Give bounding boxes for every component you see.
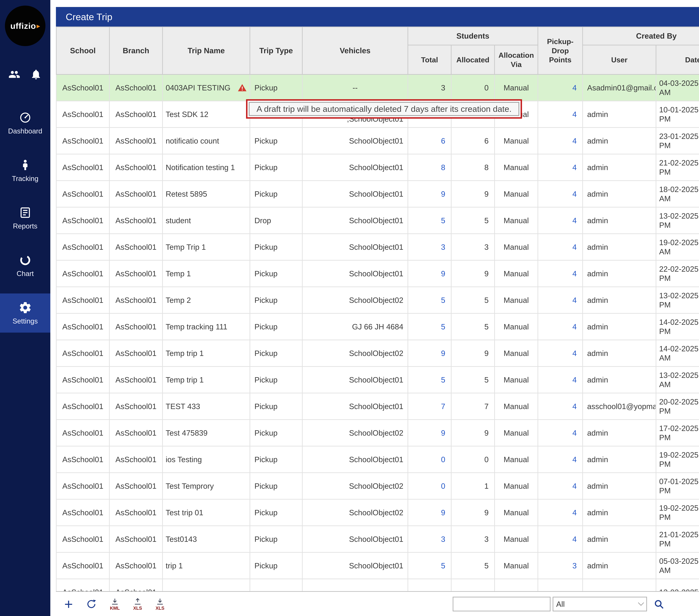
- sidebar-item-label: Reports: [13, 222, 37, 230]
- export-xls-button[interactable]: XLS: [156, 598, 164, 611]
- pickup-drop-points-link[interactable]: 4: [572, 296, 577, 305]
- pickup-drop-points-link[interactable]: 4: [572, 243, 577, 251]
- cell-pickup-drop-points: [538, 579, 583, 591]
- add-trip-icon[interactable]: +: [64, 598, 73, 611]
- cell-pickup-drop-points: 4: [538, 526, 583, 552]
- students-total-link[interactable]: 9: [441, 429, 445, 437]
- cell-vehicles: SchoolObject02: [302, 340, 408, 366]
- cell-branch: AsSchool01: [109, 128, 162, 154]
- cell-trip-name: student: [162, 207, 250, 234]
- students-total-link[interactable]: 5: [441, 216, 445, 225]
- table-area: School Branch Trip Name Trip Type Vehicl…: [56, 27, 699, 591]
- pickup-drop-points-link[interactable]: 3: [572, 561, 577, 570]
- students-total-link[interactable]: 5: [441, 561, 445, 570]
- cell-trip-type: Pickup: [250, 420, 302, 446]
- cell-created-user: admin: [583, 499, 656, 526]
- cell-allocation-via: Manual: [494, 313, 538, 340]
- cell-allocation-via: [494, 579, 538, 591]
- pickup-drop-points-link[interactable]: 4: [572, 216, 577, 225]
- pickup-drop-points-link[interactable]: 4: [572, 375, 577, 384]
- students-total-link[interactable]: 9: [441, 349, 445, 358]
- pickup-drop-points-link[interactable]: 4: [572, 429, 577, 437]
- refresh-icon[interactable]: [86, 599, 96, 609]
- cell-vehicles: SchoolObject01: [302, 446, 408, 473]
- pickup-drop-points-link[interactable]: 4: [572, 110, 577, 119]
- cell-branch: AsSchool01: [109, 446, 162, 473]
- students-total-link[interactable]: 0: [441, 455, 445, 464]
- cell-students-total: 7: [408, 393, 451, 420]
- cell-pickup-drop-points: 4: [538, 393, 583, 420]
- cell-students-total: 0: [408, 446, 451, 473]
- import-xls-button[interactable]: XLS: [133, 598, 142, 611]
- cell-branch: AsSchool01: [109, 420, 162, 446]
- pickup-drop-points-link[interactable]: 4: [572, 322, 577, 331]
- sidebar-item-chart[interactable]: Chart: [0, 246, 50, 285]
- pickup-drop-points-link[interactable]: 4: [572, 508, 577, 517]
- students-total-link[interactable]: 9: [441, 190, 445, 198]
- students-total-link[interactable]: 8: [441, 163, 445, 172]
- cell-vehicles: SchoolObject01: [302, 207, 408, 234]
- cell-pickup-drop-points: 4: [538, 101, 583, 128]
- col-header-allocation-via: Allocation Via: [494, 45, 538, 75]
- pickup-drop-points-link[interactable]: 4: [572, 163, 577, 172]
- trip-name-text: Retest 5895: [166, 189, 207, 199]
- sidebar-item-reports[interactable]: Reports: [0, 198, 50, 238]
- sidebar-item-dashboard[interactable]: Dashboard: [0, 104, 50, 143]
- cell-school: AsSchool01: [56, 499, 109, 526]
- trip-name-text: Temp Trip 1: [166, 242, 206, 252]
- main-content: Create Trip ? School Branch Trip Name Tr…: [56, 7, 699, 616]
- students-total-link[interactable]: 3: [441, 243, 445, 251]
- trip-name-text: Test trip 01: [166, 508, 203, 517]
- draft-warning-icon[interactable]: [238, 83, 247, 92]
- cell-trip-name: Temp tracking 111: [162, 313, 250, 340]
- cell-created-date: 20-02-2025 05:14 PM: [656, 393, 699, 420]
- students-total-link[interactable]: 5: [441, 375, 445, 384]
- cell-students-total: 0: [408, 473, 451, 499]
- sidebar-item-tracking[interactable]: Tracking: [0, 151, 50, 190]
- students-total-link[interactable]: 5: [441, 322, 445, 331]
- footer-search-icon[interactable]: [653, 599, 664, 610]
- students-total-link[interactable]: 9: [441, 508, 445, 517]
- cell-students-allocated: 5: [451, 313, 494, 340]
- cell-created-date: 13-02-2025 01:56: [656, 579, 699, 591]
- cell-branch: AsSchool01: [109, 473, 162, 499]
- cell-branch: AsSchool01: [109, 154, 162, 181]
- students-total-link[interactable]: 7: [441, 402, 445, 411]
- students-total-link[interactable]: 6: [441, 136, 445, 145]
- cell-created-date: 14-02-2025 11:02 AM: [656, 340, 699, 366]
- pickup-drop-points-link[interactable]: 4: [572, 269, 577, 278]
- notifications-bell-icon[interactable]: [30, 68, 42, 80]
- students-total-link[interactable]: 9: [441, 269, 445, 278]
- students-total-link[interactable]: 3: [441, 83, 445, 92]
- cell-school: AsSchool01: [56, 393, 109, 420]
- cell-created-user: admin: [583, 181, 656, 207]
- students-total-link[interactable]: 5: [441, 296, 445, 305]
- pickup-drop-points-link[interactable]: 4: [572, 535, 577, 544]
- pickup-drop-points-link[interactable]: 4: [572, 402, 577, 411]
- footer-search-input[interactable]: [453, 597, 551, 612]
- page-title: Create Trip: [66, 12, 113, 22]
- cell-branch: AsSchool01: [109, 579, 162, 591]
- cell-vehicles: SchoolObject01: [302, 260, 408, 287]
- students-total-link[interactable]: 0: [441, 482, 445, 490]
- trip-name-text: TEST 433: [166, 402, 200, 411]
- cell-branch: AsSchool01: [109, 181, 162, 207]
- trip-row: AsSchool01 AsSchool01 Temp trip 1 Pickup…: [56, 340, 699, 366]
- pickup-drop-points-link[interactable]: 4: [572, 349, 577, 358]
- pickup-drop-points-link[interactable]: 4: [572, 482, 577, 490]
- search-field-select[interactable]: All: [553, 597, 647, 612]
- cell-trip-name: [162, 579, 250, 591]
- export-kml-button[interactable]: KML: [110, 598, 120, 611]
- pickup-drop-points-link[interactable]: 4: [572, 190, 577, 198]
- sidebar-item-settings[interactable]: Settings: [0, 293, 50, 333]
- settings-gear-icon: [18, 301, 32, 314]
- pickup-drop-points-link[interactable]: 4: [572, 83, 577, 92]
- users-icon[interactable]: [9, 68, 20, 80]
- pickup-drop-points-link[interactable]: 4: [572, 136, 577, 145]
- col-header-pickup-drop-points: Pickup-Drop Points: [538, 27, 583, 75]
- students-total-link[interactable]: 3: [441, 535, 445, 544]
- trip-name-text: ios Testing: [166, 455, 202, 464]
- pickup-drop-points-link[interactable]: 4: [572, 455, 577, 464]
- cell-vehicles: SchoolObject01: [302, 234, 408, 260]
- trip-row: AsSchool01 AsSchool01 Test 475839 Pickup…: [56, 420, 699, 446]
